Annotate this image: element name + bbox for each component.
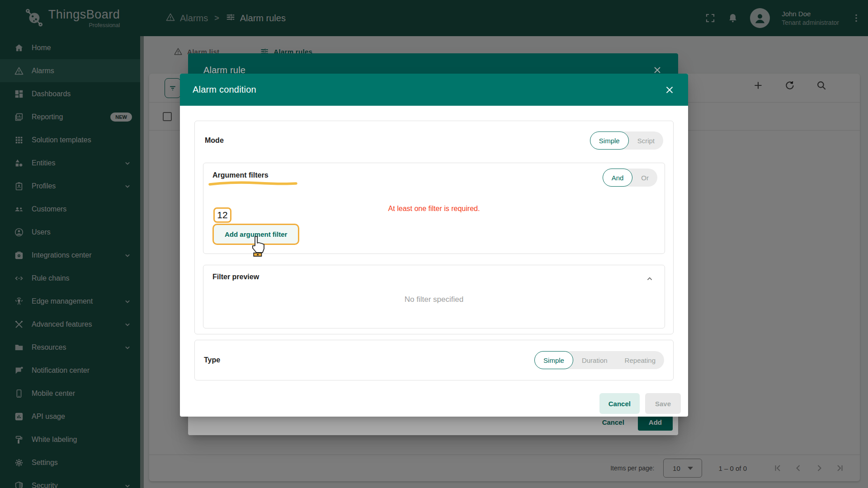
alarm-condition-dialog-header: Alarm condition xyxy=(180,74,688,106)
type-toggle-group: Simple Duration Repeating xyxy=(534,351,664,369)
mode-option-script[interactable]: Script xyxy=(629,131,663,150)
alarm-condition-dialog-title: Alarm condition xyxy=(193,84,256,95)
close-icon[interactable] xyxy=(664,84,675,96)
mode-label: Mode xyxy=(205,136,224,145)
operator-option-and[interactable]: And xyxy=(603,169,633,187)
argument-filters-title: Argument filters xyxy=(212,171,269,179)
alarm-condition-dialog: Alarm condition Mode Simple Script Argum… xyxy=(180,74,688,417)
filter-preview-card: Filter preview No filter specified xyxy=(203,265,665,328)
filter-preview-title: Filter preview xyxy=(212,273,259,281)
annotation-underline xyxy=(208,180,298,187)
type-label: Type xyxy=(204,356,220,364)
type-card: Type Simple Duration Repeating xyxy=(194,340,674,380)
cancel-button[interactable]: Cancel xyxy=(599,393,640,414)
argument-filters-card: Argument filters And Or At least one fil… xyxy=(203,163,665,254)
mode-toggle-group: Simple Script xyxy=(590,131,663,150)
type-option-duration[interactable]: Duration xyxy=(573,351,616,369)
type-option-simple[interactable]: Simple xyxy=(534,351,573,369)
condition-card: Mode Simple Script Argument filters And … xyxy=(194,121,674,334)
filter-preview-empty-text: No filter specified xyxy=(203,295,665,304)
chevron-up-icon[interactable] xyxy=(645,274,655,286)
operator-option-or[interactable]: Or xyxy=(632,169,657,187)
type-option-repeating[interactable]: Repeating xyxy=(616,351,664,369)
save-button[interactable]: Save xyxy=(645,393,681,414)
mode-option-simple[interactable]: Simple xyxy=(590,131,629,150)
screen: ThingsBoard Professional Alarms > xyxy=(0,0,868,488)
filter-required-error: At least one filter is required. xyxy=(203,205,665,213)
annotation-badge: 12 xyxy=(213,207,231,223)
operator-toggle-group: And Or xyxy=(603,169,657,187)
mode-row: Mode Simple Script xyxy=(203,126,665,155)
add-argument-filter-button[interactable]: Add argument filter xyxy=(212,224,299,245)
